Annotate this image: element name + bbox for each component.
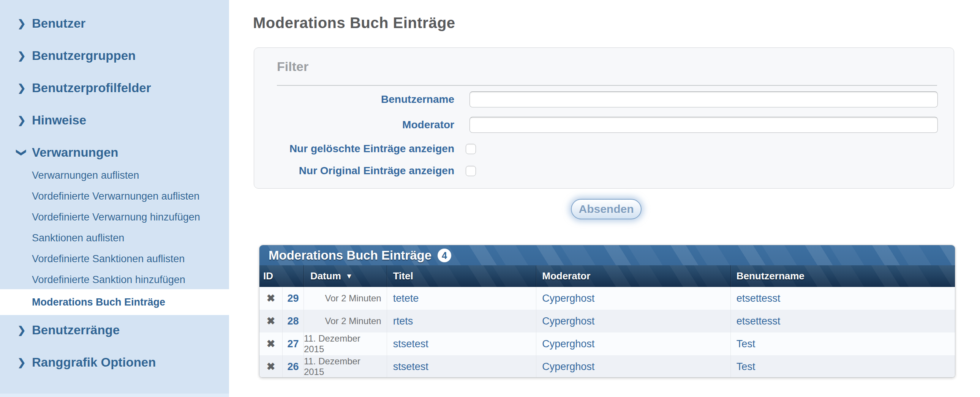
column-header-benutzername[interactable]: Benutzername (730, 265, 955, 287)
titel-link[interactable]: tetete (393, 293, 419, 304)
titel-cell: tetete (387, 287, 536, 310)
count-badge: 4 (438, 249, 451, 262)
sidebar-item-label: Vordefinierte Sanktionen auflisten (0, 252, 229, 266)
sidebar-item-vordefinierte-verwarnungen-auflisten[interactable]: Vordefinierte Verwarnungen auflisten (0, 189, 229, 203)
moderator-cell: Cyperghost (536, 287, 730, 310)
sidebar-item-verwarnungen[interactable]: ❯ Verwarnungen (0, 145, 229, 160)
sidebar-item-label: Benutzerprofilfelder (0, 81, 229, 96)
sidebar-item-label: Vordefinierte Verwarnungen auflisten (0, 189, 229, 203)
delete-icon[interactable]: ✖ (267, 315, 275, 327)
delete-cell: ✖ (259, 332, 282, 355)
sidebar-item-verwarnungen-auflisten[interactable]: Verwarnungen auflisten (0, 168, 229, 182)
sidebar-item-benutzerraenge[interactable]: ❯ Benutzerränge (0, 322, 229, 338)
sidebar-item-sanktionen-auflisten[interactable]: Sanktionen auflisten (0, 231, 229, 245)
id-cell: 26 (282, 355, 304, 378)
sidebar-item-label: Benutzerränge (0, 322, 229, 338)
sidebar-item-benutzergruppen[interactable]: ❯ Benutzergruppen (0, 48, 229, 64)
absenden-button[interactable]: Absenden (571, 199, 641, 219)
sidebar-item-ranggrafik-optionen[interactable]: ❯ Ranggrafik Optionen (0, 355, 229, 370)
sidebar-item-label: Sanktionen auflisten (0, 231, 229, 245)
delete-icon[interactable]: ✖ (267, 360, 275, 373)
filter-row-moderator: Moderator (254, 117, 954, 133)
sidebar-bottom-strip (0, 394, 229, 397)
moderator-input[interactable] (469, 117, 938, 133)
moderator-cell: Cyperghost (536, 310, 730, 332)
column-header-moderator[interactable]: Moderator (536, 265, 730, 287)
moderator-cell: Cyperghost (536, 355, 730, 378)
sidebar-item-vordefinierte-sanktion-hinzufuegen[interactable]: Vordefinierte Sanktion hinzufügen (0, 273, 229, 287)
id-cell: 28 (282, 310, 304, 332)
filter-row-benutzername: Benutzername (254, 92, 954, 107)
titel-link[interactable]: stsetest (393, 361, 428, 373)
geloeschte-eintraege-checkbox[interactable] (466, 144, 476, 154)
original-eintraege-label: Nur Original Einträge anzeigen (254, 165, 454, 177)
datum-cell: Vor 2 Minuten (304, 310, 387, 332)
table-row: ✖ 28 Vor 2 Minuten rtets Cyperghost etse… (259, 310, 955, 332)
filter-divider (277, 85, 937, 86)
datum-cell: Vor 2 Minuten (304, 287, 387, 310)
moderator-link[interactable]: Cyperghost (542, 315, 595, 327)
chevron-right-icon: ❯ (18, 81, 26, 96)
benutzername-link[interactable]: etsettesst (737, 315, 781, 327)
sidebar-item-hinweise[interactable]: ❯ Hinweise (0, 113, 229, 128)
geloeschte-eintraege-label: Nur gelöschte Einträge anzeigen (254, 143, 454, 155)
sidebar-item-label: Vordefinierte Verwarnung hinzufügen (0, 210, 229, 224)
sidebar-item-label: Benutzer (0, 16, 229, 31)
titel-cell: rtets (387, 310, 536, 332)
delete-cell: ✖ (259, 355, 282, 378)
table-row: ✖ 29 Vor 2 Minuten tetete Cyperghost ets… (259, 287, 955, 310)
benutzername-cell: Test (730, 332, 955, 355)
original-eintraege-checkbox[interactable] (466, 166, 476, 176)
benutzername-link[interactable]: etsettesst (737, 293, 781, 304)
page-title: Moderations Buch Einträge (253, 14, 455, 32)
sidebar-item-vordefinierte-verwarnung-hinzufuegen[interactable]: Vordefinierte Verwarnung hinzufügen (0, 210, 229, 224)
datum-cell: 11. Dezember 2015 (304, 332, 387, 355)
filter-row-geloeschte: Nur gelöschte Einträge anzeigen (254, 143, 954, 154)
sidebar-item-moderations-buch-eintraege[interactable]: Moderations Buch Einträge (0, 289, 232, 315)
moderation-log-table: Moderations Buch Einträge 4 ID Datum ▼ T… (259, 245, 955, 378)
chevron-right-icon: ❯ (18, 113, 26, 128)
table-title: Moderations Buch Einträge (269, 248, 431, 263)
titel-link[interactable]: stsetest (393, 338, 428, 350)
column-header-titel[interactable]: Titel (387, 265, 536, 287)
moderator-link[interactable]: Cyperghost (542, 338, 595, 350)
sidebar-item-label: Benutzergruppen (0, 48, 229, 64)
id-cell: 27 (282, 332, 304, 355)
table-title-bar: Moderations Buch Einträge 4 (259, 245, 955, 265)
filter-row-original: Nur Original Einträge anzeigen (254, 165, 954, 176)
chevron-right-icon: ❯ (18, 16, 26, 31)
filter-panel: Filter Benutzername Moderator Nur gelösc… (254, 48, 954, 189)
benutzername-link[interactable]: Test (737, 361, 756, 373)
sidebar-item-label: Vordefinierte Sanktion hinzufügen (0, 273, 229, 287)
sidebar-item-label: Ranggrafik Optionen (0, 355, 229, 370)
benutzername-input[interactable] (469, 92, 938, 107)
moderator-cell: Cyperghost (536, 332, 730, 355)
column-header-datum[interactable]: Datum ▼ (304, 265, 387, 287)
benutzername-cell: Test (730, 355, 955, 378)
datum-cell: 11. Dezember 2015 (304, 355, 387, 378)
sidebar-item-vordefinierte-sanktionen-auflisten[interactable]: Vordefinierte Sanktionen auflisten (0, 252, 229, 266)
column-header-id[interactable]: ID (259, 265, 304, 287)
sidebar-item-label: Hinweise (0, 113, 229, 128)
delete-cell: ✖ (259, 287, 282, 310)
sidebar-item-benutzer[interactable]: ❯ Benutzer (0, 16, 229, 31)
chevron-right-icon: ❯ (18, 48, 26, 64)
benutzername-link[interactable]: Test (737, 338, 756, 350)
table-header-row: ID Datum ▼ Titel Moderator Benutzername (259, 265, 955, 287)
sidebar-item-label: Verwarnungen auflisten (0, 168, 229, 182)
benutzername-cell: etsettesst (730, 287, 955, 310)
moderator-label: Moderator (254, 119, 454, 131)
sidebar-item-benutzerprofilfelder[interactable]: ❯ Benutzerprofilfelder (0, 81, 229, 96)
filter-heading: Filter (277, 59, 309, 74)
moderator-link[interactable]: Cyperghost (542, 293, 595, 304)
sort-desc-icon: ▼ (346, 272, 353, 281)
sidebar-item-label: Moderations Buch Einträge (0, 289, 232, 315)
chevron-right-icon: ❯ (18, 355, 26, 370)
delete-icon[interactable]: ✖ (267, 338, 275, 350)
moderator-link[interactable]: Cyperghost (542, 361, 595, 373)
titel-link[interactable]: rtets (393, 315, 413, 327)
id-cell: 29 (282, 287, 304, 310)
delete-icon[interactable]: ✖ (267, 292, 275, 304)
titel-cell: stsetest (387, 332, 536, 355)
titel-cell: stsetest (387, 355, 536, 378)
